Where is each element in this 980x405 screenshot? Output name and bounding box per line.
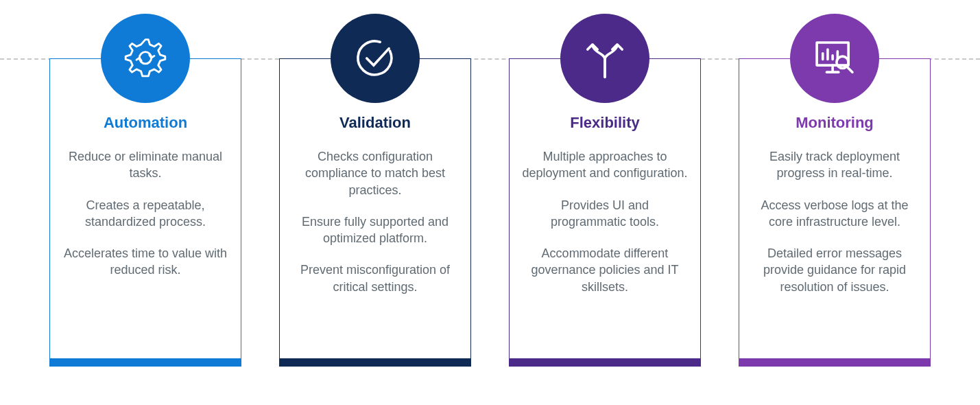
card-underbar (279, 359, 471, 367)
card-underbar (739, 359, 931, 367)
fork-arrows-icon-svg (580, 34, 630, 83)
card-title: Validation (292, 114, 458, 132)
card-underbar (49, 359, 241, 367)
checkmark-circle-icon (331, 14, 420, 103)
card-underbar (509, 359, 701, 367)
card-paragraph: Access verbose logs at the core infrastr… (752, 197, 918, 231)
card-body-automation: Automation Reduce or eliminate manual ta… (49, 58, 241, 359)
card-automation: Automation Reduce or eliminate manual ta… (49, 14, 241, 367)
card-paragraph: Easily track deployment progress in real… (752, 148, 918, 182)
card-paragraph: Prevent misconfiguration of critical set… (292, 262, 458, 295)
card-paragraph: Reduce or eliminate manual tasks. (62, 148, 228, 182)
card-title: Automation (62, 114, 228, 132)
card-flexibility: Flexibility Multiple approaches to deplo… (509, 14, 701, 367)
feature-cards-row: Automation Reduce or eliminate manual ta… (0, 0, 980, 367)
monitor-search-icon-svg (810, 34, 859, 83)
gear-cycle-icon (101, 14, 190, 103)
card-paragraph: Detailed error messages provide guidance… (752, 245, 918, 295)
card-paragraph: Ensure fully supported and optimized pla… (292, 213, 458, 247)
card-title: Flexibility (522, 114, 688, 132)
card-paragraph: Checks configuration compliance to match… (292, 148, 458, 198)
card-body-flexibility: Flexibility Multiple approaches to deplo… (509, 58, 701, 359)
card-body-validation: Validation Checks configuration complian… (279, 58, 471, 359)
card-title: Monitoring (752, 114, 918, 132)
card-paragraph: Accommodate different governance policie… (522, 245, 688, 295)
fork-arrows-icon (560, 14, 649, 103)
card-paragraph: Provides UI and programmatic tools. (522, 197, 688, 231)
card-paragraph: Creates a repeatable, standardized proce… (62, 197, 228, 231)
checkmark-circle-icon-svg (350, 34, 400, 83)
card-monitoring: Monitoring Easily track deployment progr… (739, 14, 931, 367)
card-paragraph: Accelerates time to value with reduced r… (62, 245, 228, 279)
card-paragraph: Multiple approaches to deployment and co… (522, 148, 688, 182)
gear-cycle-icon-svg (121, 34, 170, 83)
monitor-search-icon (790, 14, 879, 103)
card-body-monitoring: Monitoring Easily track deployment progr… (739, 58, 931, 359)
card-validation: Validation Checks configuration complian… (279, 14, 471, 367)
